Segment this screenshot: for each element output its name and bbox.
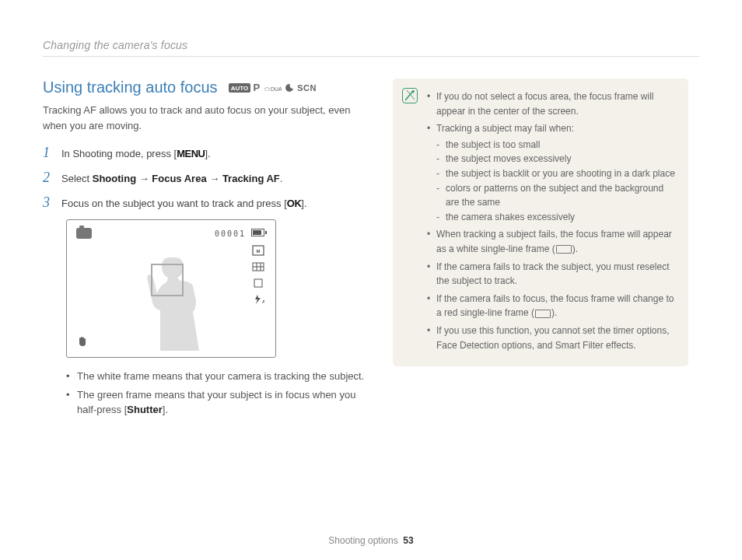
section-intro: Tracking AF allows you to track and auto… <box>43 103 369 133</box>
white-frame-icon <box>556 245 572 254</box>
note-white-frame: The white frame means that your camera i… <box>66 369 369 384</box>
grid-icon <box>252 261 264 272</box>
menu-key: MENU <box>177 148 205 159</box>
left-column: Using tracking auto focus AUTO P ⬭DUAL S… <box>43 79 369 421</box>
step-text: In Shooting mode, press [MENU]. <box>61 145 211 163</box>
info-item: Tracking a subject may fail when: the su… <box>427 121 676 224</box>
camera-icon <box>76 228 92 239</box>
scn-mode-icon: SCN <box>297 83 317 93</box>
svg-text:DUAL: DUAL <box>271 86 282 92</box>
info-subitem: the subject is too small <box>436 138 676 152</box>
svg-text:A: A <box>262 299 264 304</box>
info-item: If the camera fails to track the subject… <box>427 260 676 289</box>
section-title: Using tracking auto focus <box>43 79 218 96</box>
step-3: 3 Focus on the subject you want to track… <box>43 195 369 212</box>
info-list: If you do not select a focus area, the f… <box>427 89 676 352</box>
frame-counter: 00001 <box>215 229 246 238</box>
hand-stabilization-icon <box>76 335 89 348</box>
p-mode-icon: P <box>254 83 261 93</box>
note-green-frame: The green frame means that your subject … <box>66 387 369 418</box>
auto-mode-icon: AUTO <box>229 83 250 93</box>
info-item: If you use this function, you cannot set… <box>427 324 676 352</box>
section-title-row: Using tracking auto focus AUTO P ⬭DUAL S… <box>43 79 369 96</box>
steps-list: 1 In Shooting mode, press [MENU]. 2 Sele… <box>43 145 369 212</box>
content-columns: Using tracking auto focus AUTO P ⬭DUAL S… <box>43 79 699 421</box>
info-subitem: the camera shakes excessively <box>436 210 676 225</box>
note-icon <box>402 88 418 103</box>
single-shot-icon <box>252 278 264 289</box>
resolution-icon: M <box>252 245 264 256</box>
battery-icon <box>251 229 264 236</box>
frame-notes: The white frame means that your camera i… <box>66 369 369 418</box>
info-subitem: the subject is backlit or you are shooti… <box>436 166 676 181</box>
info-box: If you do not select a focus area, the f… <box>393 79 688 366</box>
page-number: 53 <box>403 535 413 546</box>
step-number: 2 <box>43 170 55 184</box>
svg-text:⬭: ⬭ <box>264 86 270 93</box>
step-text: Focus on the subject you want to track a… <box>61 195 307 212</box>
camera-display: 00001 M A <box>66 219 276 358</box>
svg-text:M: M <box>257 249 261 254</box>
flash-auto-icon: A <box>252 294 264 305</box>
step-number: 3 <box>43 195 55 209</box>
step-2: 2 Select Shooting → Focus Area → Trackin… <box>43 170 369 187</box>
page-footer: Shooting options 53 <box>0 535 742 546</box>
focus-frame <box>151 264 184 296</box>
page-header: Changing the camera's focus <box>43 39 699 57</box>
red-frame-icon <box>535 310 551 318</box>
mode-icons: AUTO P ⬭DUAL SCN <box>229 83 317 93</box>
dual-mode-icon: ⬭DUAL <box>263 83 282 93</box>
footer-section: Shooting options <box>328 535 397 546</box>
step-1: 1 In Shooting mode, press [MENU]. <box>43 145 369 163</box>
info-subitem: colors or patterns on the subject and th… <box>436 181 676 210</box>
step-number: 1 <box>43 145 55 159</box>
ok-key: OK <box>287 198 302 209</box>
svg-text:AUTO: AUTO <box>230 85 248 92</box>
info-sublist: the subject is too small the subject mov… <box>436 138 676 225</box>
svg-rect-10 <box>254 279 262 287</box>
info-item: If you do not select a focus area, the f… <box>427 89 676 118</box>
info-subitem: the subject moves excessively <box>436 152 676 166</box>
right-column: If you do not select a focus area, the f… <box>393 79 688 421</box>
display-right-icons: M A <box>252 245 264 305</box>
step-text: Select Shooting → Focus Area → Tracking … <box>61 170 282 187</box>
info-item: When tracking a subject fails, the focus… <box>427 227 676 256</box>
info-item: If the camera fails to focus, the focus … <box>427 292 676 320</box>
night-mode-icon <box>285 83 294 93</box>
